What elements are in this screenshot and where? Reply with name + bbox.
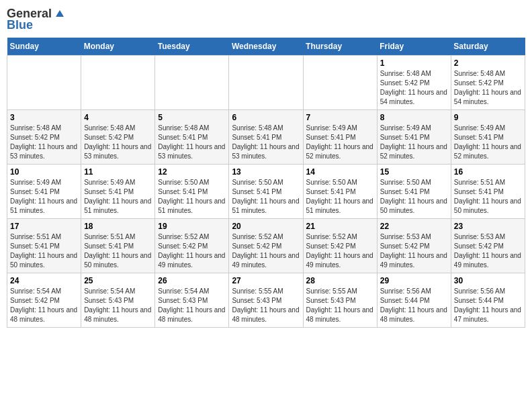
- day-number: 8: [380, 113, 448, 122]
- calendar-table: SundayMondayTuesdayWednesdayThursdayFrid…: [7, 38, 525, 328]
- calendar-cell: 19 Sunrise: 5:52 AMSunset: 5:42 PMDaylig…: [155, 219, 229, 273]
- day-number: 25: [84, 276, 152, 285]
- calendar-cell: 15 Sunrise: 5:50 AMSunset: 5:41 PMDaylig…: [377, 165, 451, 219]
- day-number: 9: [454, 113, 522, 122]
- calendar-cell: [303, 56, 377, 110]
- svg-marker-0: [56, 10, 64, 17]
- calendar-week-row: 10 Sunrise: 5:49 AMSunset: 5:41 PMDaylig…: [7, 165, 525, 219]
- weekday-header: Tuesday: [155, 38, 229, 56]
- day-number: 20: [232, 222, 300, 231]
- day-info: Sunrise: 5:50 AMSunset: 5:41 PMDaylight:…: [158, 178, 226, 216]
- day-info: Sunrise: 5:49 AMSunset: 5:41 PMDaylight:…: [380, 124, 448, 161]
- calendar-cell: 5 Sunrise: 5:48 AMSunset: 5:41 PMDayligh…: [155, 110, 229, 165]
- calendar-cell: 26 Sunrise: 5:54 AMSunset: 5:43 PMDaylig…: [155, 273, 229, 328]
- calendar-week-row: 1 Sunrise: 5:48 AMSunset: 5:42 PMDayligh…: [7, 56, 525, 110]
- calendar-cell: 16 Sunrise: 5:51 AMSunset: 5:41 PMDaylig…: [451, 165, 525, 219]
- weekday-header: Friday: [377, 38, 451, 56]
- calendar-cell: [229, 56, 303, 110]
- logo: General Blue: [7, 7, 66, 32]
- calendar-cell: 17 Sunrise: 5:51 AMSunset: 5:41 PMDaylig…: [7, 219, 81, 273]
- day-info: Sunrise: 5:50 AMSunset: 5:41 PMDaylight:…: [232, 178, 300, 216]
- calendar-cell: 25 Sunrise: 5:54 AMSunset: 5:43 PMDaylig…: [81, 273, 155, 328]
- calendar-cell: 13 Sunrise: 5:50 AMSunset: 5:41 PMDaylig…: [229, 165, 303, 219]
- day-number: 30: [454, 276, 522, 285]
- day-number: 3: [10, 113, 78, 122]
- day-number: 17: [10, 222, 78, 231]
- calendar-cell: 20 Sunrise: 5:52 AMSunset: 5:42 PMDaylig…: [229, 219, 303, 273]
- day-number: 1: [380, 58, 448, 68]
- weekday-header: Saturday: [451, 38, 525, 56]
- day-info: Sunrise: 5:49 AMSunset: 5:41 PMDaylight:…: [454, 124, 522, 161]
- day-number: 15: [380, 167, 448, 177]
- calendar-cell: 8 Sunrise: 5:49 AMSunset: 5:41 PMDayligh…: [377, 110, 451, 165]
- day-number: 4: [84, 113, 152, 122]
- day-number: 6: [232, 113, 300, 122]
- day-number: 11: [84, 167, 152, 177]
- calendar-cell: [155, 56, 229, 110]
- calendar-cell: 21 Sunrise: 5:52 AMSunset: 5:42 PMDaylig…: [303, 219, 377, 273]
- calendar-cell: 14 Sunrise: 5:50 AMSunset: 5:41 PMDaylig…: [303, 165, 377, 219]
- calendar-week-row: 24 Sunrise: 5:54 AMSunset: 5:42 PMDaylig…: [7, 273, 525, 328]
- calendar-cell: 1 Sunrise: 5:48 AMSunset: 5:42 PMDayligh…: [377, 56, 451, 110]
- calendar-cell: 3 Sunrise: 5:48 AMSunset: 5:42 PMDayligh…: [7, 110, 81, 165]
- day-number: 22: [380, 222, 448, 231]
- day-info: Sunrise: 5:56 AMSunset: 5:44 PMDaylight:…: [380, 287, 448, 324]
- logo-blue: Blue: [7, 18, 33, 32]
- day-number: 7: [306, 113, 374, 122]
- day-number: 13: [232, 167, 300, 177]
- day-info: Sunrise: 5:51 AMSunset: 5:41 PMDaylight:…: [454, 178, 522, 216]
- calendar-cell: 11 Sunrise: 5:49 AMSunset: 5:41 PMDaylig…: [81, 165, 155, 219]
- day-number: 10: [10, 167, 78, 177]
- page-header: General Blue: [7, 7, 525, 32]
- calendar-cell: [7, 56, 81, 110]
- calendar-cell: 29 Sunrise: 5:56 AMSunset: 5:44 PMDaylig…: [377, 273, 451, 328]
- calendar-cell: 7 Sunrise: 5:49 AMSunset: 5:41 PMDayligh…: [303, 110, 377, 165]
- day-info: Sunrise: 5:49 AMSunset: 5:41 PMDaylight:…: [10, 178, 78, 216]
- calendar-cell: 23 Sunrise: 5:53 AMSunset: 5:42 PMDaylig…: [451, 219, 525, 273]
- weekday-header: Thursday: [303, 38, 377, 56]
- day-info: Sunrise: 5:54 AMSunset: 5:43 PMDaylight:…: [84, 287, 152, 324]
- day-number: 12: [158, 167, 226, 177]
- calendar-week-row: 3 Sunrise: 5:48 AMSunset: 5:42 PMDayligh…: [7, 110, 525, 165]
- day-info: Sunrise: 5:48 AMSunset: 5:41 PMDaylight:…: [158, 124, 226, 161]
- calendar-cell: 6 Sunrise: 5:48 AMSunset: 5:41 PMDayligh…: [229, 110, 303, 165]
- weekday-header: Wednesday: [229, 38, 303, 56]
- calendar-cell: 27 Sunrise: 5:55 AMSunset: 5:43 PMDaylig…: [229, 273, 303, 328]
- calendar-cell: 22 Sunrise: 5:53 AMSunset: 5:42 PMDaylig…: [377, 219, 451, 273]
- calendar-cell: 9 Sunrise: 5:49 AMSunset: 5:41 PMDayligh…: [451, 110, 525, 165]
- day-info: Sunrise: 5:51 AMSunset: 5:41 PMDaylight:…: [84, 232, 152, 270]
- day-info: Sunrise: 5:50 AMSunset: 5:41 PMDaylight:…: [380, 178, 448, 216]
- calendar-cell: 18 Sunrise: 5:51 AMSunset: 5:41 PMDaylig…: [81, 219, 155, 273]
- calendar-cell: 12 Sunrise: 5:50 AMSunset: 5:41 PMDaylig…: [155, 165, 229, 219]
- day-info: Sunrise: 5:48 AMSunset: 5:42 PMDaylight:…: [380, 69, 448, 107]
- day-info: Sunrise: 5:48 AMSunset: 5:42 PMDaylight:…: [454, 69, 522, 107]
- header-row: SundayMondayTuesdayWednesdayThursdayFrid…: [7, 38, 525, 56]
- day-number: 28: [306, 276, 374, 285]
- day-info: Sunrise: 5:54 AMSunset: 5:42 PMDaylight:…: [10, 287, 78, 324]
- day-info: Sunrise: 5:48 AMSunset: 5:42 PMDaylight:…: [84, 124, 152, 161]
- day-number: 27: [232, 276, 300, 285]
- day-number: 5: [158, 113, 226, 122]
- day-number: 23: [454, 222, 522, 231]
- day-info: Sunrise: 5:51 AMSunset: 5:41 PMDaylight:…: [10, 232, 78, 270]
- calendar-cell: 2 Sunrise: 5:48 AMSunset: 5:42 PMDayligh…: [451, 56, 525, 110]
- day-info: Sunrise: 5:52 AMSunset: 5:42 PMDaylight:…: [232, 232, 300, 270]
- day-number: 24: [10, 276, 78, 285]
- day-info: Sunrise: 5:48 AMSunset: 5:42 PMDaylight:…: [10, 124, 78, 161]
- day-info: Sunrise: 5:53 AMSunset: 5:42 PMDaylight:…: [454, 232, 522, 270]
- day-info: Sunrise: 5:49 AMSunset: 5:41 PMDaylight:…: [84, 178, 152, 216]
- day-info: Sunrise: 5:56 AMSunset: 5:44 PMDaylight:…: [454, 287, 522, 324]
- day-info: Sunrise: 5:53 AMSunset: 5:42 PMDaylight:…: [380, 232, 448, 270]
- day-info: Sunrise: 5:50 AMSunset: 5:41 PMDaylight:…: [306, 178, 374, 216]
- day-info: Sunrise: 5:49 AMSunset: 5:41 PMDaylight:…: [306, 124, 374, 161]
- day-number: 21: [306, 222, 374, 231]
- calendar-cell: [81, 56, 155, 110]
- day-info: Sunrise: 5:55 AMSunset: 5:43 PMDaylight:…: [306, 287, 374, 324]
- day-number: 16: [454, 167, 522, 177]
- day-number: 18: [84, 222, 152, 231]
- day-number: 14: [306, 167, 374, 177]
- day-info: Sunrise: 5:55 AMSunset: 5:43 PMDaylight:…: [232, 287, 300, 324]
- day-info: Sunrise: 5:52 AMSunset: 5:42 PMDaylight:…: [306, 232, 374, 270]
- day-number: 2: [454, 58, 522, 68]
- day-info: Sunrise: 5:54 AMSunset: 5:43 PMDaylight:…: [158, 287, 226, 324]
